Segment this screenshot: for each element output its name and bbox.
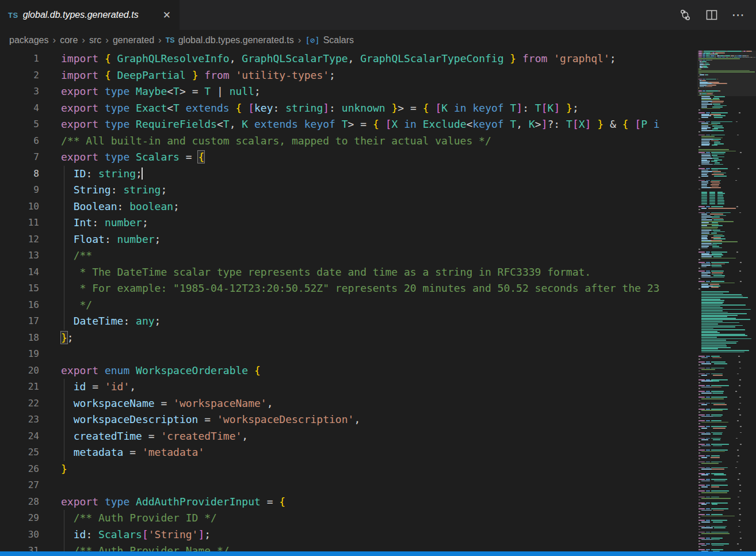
code-line[interactable]: 25 metadata = 'metadata' [0,444,697,461]
tab-global-db-types-generated[interactable]: TS global.db.types.generated.ts ✕ [0,0,180,30]
status-bar[interactable] [0,551,756,556]
line-number[interactable]: 5 [0,116,39,133]
code-line[interactable]: 29 /** Auth Provider ID */ [0,510,697,527]
code-line[interactable]: 4export type Exact<T extends { [key: str… [0,100,697,117]
breadcrumb-item-src[interactable]: src [89,35,101,45]
code-line-content: /** [61,247,92,264]
code-line[interactable]: 24 createdTime = 'createdTime', [0,428,697,445]
code-line[interactable]: 3export type Maybe<T> = T | null; [0,83,697,100]
code-line[interactable]: 23 workspaceDescription = 'workspaceDesc… [0,412,697,428]
code-line[interactable]: 27 [0,477,697,494]
line-number[interactable]: 30 [0,527,39,543]
line-number[interactable]: 18 [0,330,39,346]
line-number[interactable]: 29 [0,510,39,527]
line-number[interactable]: 28 [0,494,39,511]
indent-guide [64,182,64,199]
code-line[interactable]: 17 DateTime: any; [0,313,697,330]
code-line[interactable]: 16 */ [0,297,697,314]
code-line[interactable]: 5export type RequireFields<T, K extends … [0,116,697,133]
code-editor[interactable]: 1import { GraphQLResolveInfo, GraphQLSca… [0,51,697,551]
indent-guide [64,199,64,215]
code-line[interactable]: 20export enum WorkspaceOrderable { [0,363,697,379]
line-number[interactable]: 19 [0,346,39,363]
code-line[interactable]: 19 [0,346,697,363]
minimap[interactable] [697,51,756,551]
line-number[interactable]: 20 [0,363,39,379]
code-line[interactable]: 12 Float: number; [0,231,697,248]
code-line[interactable]: 11 Int: number; [0,215,697,231]
code-token: type [105,102,129,114]
code-line-content: DateTime: any; [61,313,161,330]
line-number[interactable]: 12 [0,231,39,248]
tab-close-icon[interactable]: ✕ [161,10,173,21]
line-number[interactable]: 25 [0,444,39,461]
more-actions-icon[interactable]: ⋯ [732,9,744,21]
code-token: key [254,102,273,114]
line-number[interactable]: 16 [0,297,39,314]
code-token: > = [180,85,204,97]
code-token: GraphQLResolveInfo [117,52,230,64]
code-line[interactable]: 18}; [0,330,697,346]
line-number[interactable]: 26 [0,461,39,478]
line-number[interactable]: 2 [0,67,39,84]
code-token: in [454,102,467,114]
line-number[interactable]: 6 [0,133,39,150]
line-number[interactable]: 24 [0,428,39,445]
line-number[interactable]: 3 [0,83,39,100]
code-line[interactable]: 1import { GraphQLResolveInfo, GraphQLSca… [0,51,697,67]
line-number[interactable]: 27 [0,477,39,494]
code-line[interactable]: 10 Boolean: boolean; [0,199,697,215]
code-token: [ [248,102,254,114]
line-number[interactable]: 1 [0,51,39,67]
line-number[interactable]: 11 [0,215,39,231]
open-changes-icon[interactable] [679,9,692,21]
code-token: K [548,102,554,114]
code-line[interactable]: 13 /** [0,247,697,264]
code-line[interactable]: 6/** All built-in and custom scalars, ma… [0,133,697,150]
breadcrumb-item-core[interactable]: core [60,35,78,45]
line-number[interactable]: 4 [0,100,39,117]
line-number[interactable]: 8 [0,166,39,182]
code-line[interactable]: 28export type AddAuthProviderInput = { [0,494,697,511]
line-number[interactable]: 15 [0,280,39,297]
code-line[interactable]: 8 ID: string; [0,166,697,182]
line-number[interactable]: 14 [0,264,39,281]
line-number[interactable]: 21 [0,379,39,395]
breadcrumb-item-packages[interactable]: packages [9,35,49,45]
line-number[interactable]: 31 [0,543,39,551]
code-token: ?: [548,118,567,130]
code-token [248,364,254,376]
split-editor-icon[interactable] [705,9,718,21]
code-line[interactable]: 2import { DeepPartial } from 'utility-ty… [0,67,697,84]
code-token [628,118,635,130]
code-token: number [117,233,155,245]
code-line[interactable]: 14 * The DateTime scalar type represents… [0,264,697,281]
code-line[interactable]: 31 /** Auth Provider Name */ [0,543,697,551]
line-number[interactable]: 13 [0,247,39,264]
code-line-content: String: string; [61,182,167,199]
code-line[interactable]: 26} [0,461,697,478]
code-token [248,118,254,130]
code-token [61,397,74,409]
code-line[interactable]: 30 id: Scalars['String']; [0,527,697,543]
code-token: extends [254,118,298,130]
breadcrumb-item-generated[interactable]: generated [113,35,154,45]
code-line[interactable]: 9 String: string; [0,182,697,199]
line-number[interactable]: 7 [0,149,39,166]
code-line[interactable]: 15 * For example: "1985-04-12T23:20:50.5… [0,280,697,297]
code-token: : [105,233,117,245]
line-number[interactable]: 22 [0,395,39,412]
line-number[interactable]: 9 [0,182,39,199]
code-token: export [61,496,98,508]
code-line-content: /** All built-in and custom scalars, map… [61,133,491,150]
code-token [111,52,117,64]
code-line[interactable]: 21 id = 'id', [0,379,697,395]
breadcrumb-item-file[interactable]: global.db.types.generated.ts [178,35,294,45]
code-line[interactable]: 7export type Scalars = { [0,149,697,166]
code-token: import [61,69,98,81]
breadcrumb-item-symbol[interactable]: Scalars [323,35,354,45]
line-number[interactable]: 23 [0,412,39,428]
line-number[interactable]: 17 [0,313,39,330]
code-line[interactable]: 22 workspaceName = 'workspaceName', [0,395,697,412]
line-number[interactable]: 10 [0,199,39,215]
